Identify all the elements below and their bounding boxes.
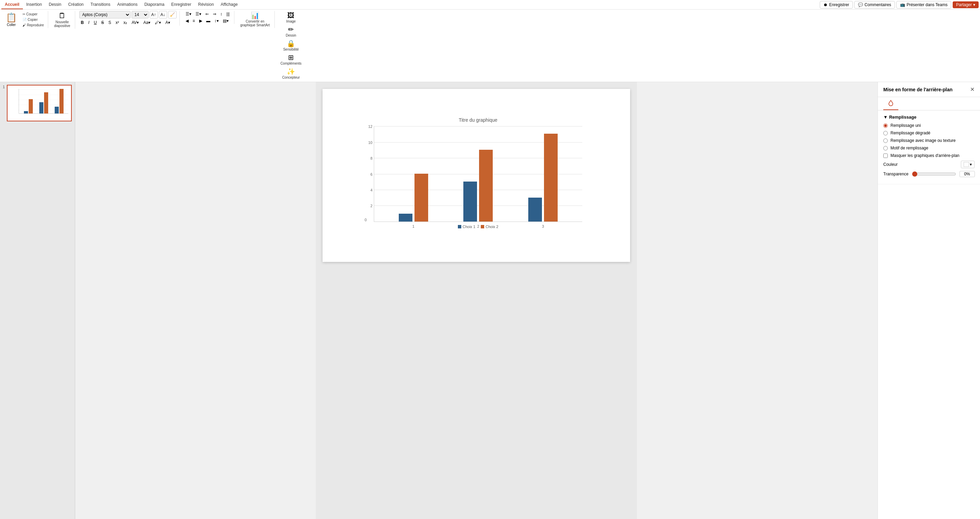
font-color-button[interactable]: A▾ — [164, 19, 172, 26]
radio-motif[interactable]: Motif de remplissage — [883, 146, 975, 150]
remplissage-header[interactable]: ▼ Remplissage — [883, 115, 975, 120]
sensibilite-button[interactable]: 🔒 Sensibilité — [282, 39, 301, 52]
convert-smartart-button[interactable]: 📊 Convertir en graphique SmartArt — [239, 11, 272, 28]
nouvelle-diapositive-button[interactable]: 🗒 Nouvellediapositive — [52, 11, 72, 29]
bar-1-choix1 — [399, 214, 412, 222]
italic-button[interactable]: I — [86, 19, 91, 26]
text-direction-button[interactable]: ↕▾ — [213, 18, 220, 24]
masquer-checkbox[interactable] — [883, 153, 888, 158]
transparence-label: Transparence — [883, 172, 908, 176]
bold-button[interactable]: B — [79, 19, 86, 26]
color-picker-button[interactable]: ▾ — [961, 161, 975, 168]
font-size-increase-button[interactable]: A↑ — [150, 11, 158, 18]
complements-icon: ⊞ — [288, 54, 294, 61]
highlight-button[interactable]: 🖊▾ — [153, 19, 163, 26]
x-label-2: 2 — [477, 224, 479, 228]
fill-tab-button[interactable] — [883, 97, 898, 110]
nouvelle-diapositive-label: Nouvellediapositive — [54, 20, 70, 28]
fill-tab-icon — [888, 100, 894, 107]
right-panel-title: Mise en forme de l'arrière-plan — [883, 87, 953, 92]
radio-remplissage-uni[interactable]: Remplissage uni — [883, 123, 975, 128]
justify-button[interactable]: ▬ — [205, 18, 212, 24]
menu-diaporama[interactable]: Diaporama — [141, 0, 168, 9]
coller-button[interactable]: 📋 Coller — [3, 11, 20, 28]
right-panel-close-button[interactable]: ✕ — [970, 86, 975, 93]
bar-group-2: 2 — [463, 150, 493, 222]
radio-remplissage-uni-input[interactable] — [883, 123, 888, 128]
reproduire-button[interactable]: 🖌 Reproduire — [21, 22, 45, 28]
bar-2-choix2 — [479, 150, 493, 222]
align-center-button[interactable]: ≡ — [191, 18, 197, 24]
menu-accueil[interactable]: Accueil — [2, 0, 23, 9]
y-label-12: 12 — [368, 125, 372, 129]
line-spacing-button[interactable]: ↕ — [219, 11, 224, 17]
clear-format-button[interactable]: 🧹 — [168, 11, 177, 18]
radio-remplissage-image[interactable]: Remplissage avec image ou texture — [883, 138, 975, 143]
text-align-button[interactable]: ▤▾ — [221, 18, 230, 24]
decrease-indent-button[interactable]: ⇐ — [204, 11, 210, 17]
y-label-4: 4 — [371, 188, 372, 192]
concepteur-button[interactable]: ✨ Concepteur — [280, 67, 302, 80]
dessin-button[interactable]: ✏ Dessin — [284, 25, 298, 38]
couper-button[interactable]: ✂ Couper — [21, 12, 45, 17]
menu-transitions[interactable]: Transitions — [87, 0, 114, 9]
enregistrer-button[interactable]: ⏺ Enregistrer — [820, 1, 853, 8]
commentaires-label: Commentaires — [864, 2, 891, 7]
columns-button[interactable]: ||| — [225, 11, 231, 17]
slide-thumbnail[interactable] — [7, 85, 72, 121]
svg-rect-12 — [59, 89, 64, 113]
transparence-slider[interactable] — [912, 171, 956, 177]
radio-remplissage-degrade[interactable]: Remplissage dégradé — [883, 131, 975, 136]
x-label-3: 3 — [542, 224, 544, 228]
shadow-button[interactable]: S — [107, 19, 113, 26]
change-case-button[interactable]: Aa▾ — [142, 19, 152, 26]
tools-group: 🖼 Image ✏ Dessin 🔒 Sensibilité ⊞ Complém… — [279, 11, 306, 80]
menu-insertion[interactable]: Insertion — [23, 0, 45, 9]
align-left-button[interactable]: ◀ — [184, 18, 190, 24]
increase-indent-button[interactable]: ⇒ — [211, 11, 218, 17]
bullet-list-button[interactable]: ☰▾ — [184, 11, 193, 17]
radio-remplissage-degrade-input[interactable] — [883, 131, 888, 136]
font-name-select[interactable]: Aptos (Corps) — [79, 11, 130, 18]
menu-revision[interactable]: Révision — [195, 0, 217, 9]
color-dropdown-icon: ▾ — [970, 162, 972, 167]
clipboard-group: 📋 Coller ✂ Couper 📄 Copier 🖌 Reproduire — [3, 11, 48, 28]
menu-animations[interactable]: Animations — [114, 0, 141, 9]
complements-label: Compléments — [280, 62, 302, 65]
align-right-button[interactable]: ▶ — [197, 18, 204, 24]
image-button[interactable]: 🖼 Image — [284, 11, 298, 24]
commentaires-button[interactable]: 💬 Commentaires — [854, 1, 895, 8]
menu-dessin[interactable]: Dessin — [45, 0, 65, 9]
partager-button[interactable]: Partager ▾ — [953, 2, 978, 8]
slide-number: 1 — [3, 85, 5, 89]
slide[interactable]: Titre du graphique 12 10 8 — [323, 89, 630, 262]
underline-button[interactable]: U — [92, 19, 99, 26]
complements-button[interactable]: ⊞ Compléments — [279, 53, 304, 66]
menu-affichage[interactable]: Affichage — [217, 0, 241, 9]
remplissage-degrade-label: Remplissage dégradé — [891, 131, 931, 136]
main-layout: 1 — [0, 82, 980, 519]
font-size-select[interactable]: 14 — [132, 11, 149, 18]
comment-icon: 💬 — [858, 2, 863, 7]
ribbon: 📋 Coller ✂ Couper 📄 Copier 🖌 Reproduire … — [0, 10, 980, 82]
transparence-value-input[interactable] — [959, 171, 975, 177]
strikethrough-button[interactable]: S — [99, 19, 106, 26]
copier-button[interactable]: 📄 Copier — [21, 17, 45, 22]
sensibilite-icon: 🔒 — [287, 40, 295, 47]
font-size-decrease-button[interactable]: A↓ — [159, 11, 167, 18]
checkbox-masquer[interactable]: Masquer les graphiques d'arrière-plan — [883, 153, 975, 158]
diapositive-group: 🗒 Nouvellediapositive — [52, 11, 75, 29]
font-row-1: Aptos (Corps) 14 A↑ A↓ 🧹 — [79, 11, 177, 18]
superscript-button[interactable]: x² — [114, 19, 121, 26]
radio-motif-input[interactable] — [883, 146, 888, 150]
radio-remplissage-image-input[interactable] — [883, 139, 888, 143]
y-label-0: 0 — [364, 218, 367, 222]
masquer-label: Masquer les graphiques d'arrière-plan — [891, 153, 959, 158]
canvas-area[interactable]: Titre du graphique 12 10 8 — [316, 82, 637, 519]
char-spacing-button[interactable]: AV▾ — [130, 19, 140, 26]
numbered-list-button[interactable]: ☰▾ — [194, 11, 203, 17]
menu-creation[interactable]: Création — [65, 0, 87, 9]
menu-enregistrer[interactable]: Enregistrer — [168, 0, 195, 9]
presenter-button[interactable]: 📺 Présenter dans Teams — [896, 1, 951, 8]
subscript-button[interactable]: x₂ — [122, 19, 129, 26]
